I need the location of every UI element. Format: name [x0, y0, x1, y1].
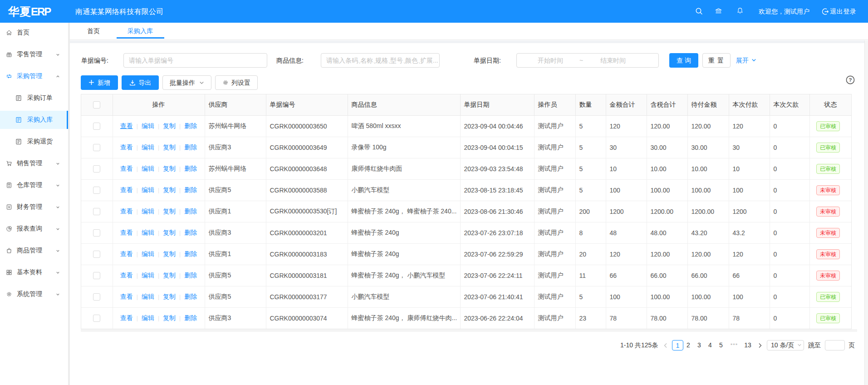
svg-text:?: ?	[848, 77, 852, 83]
